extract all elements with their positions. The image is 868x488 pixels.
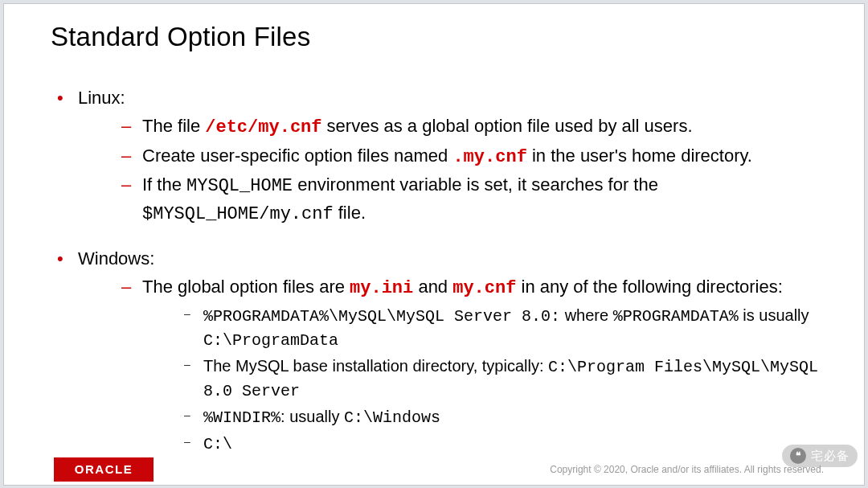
text: The MySQL base installation directory, t…: [203, 357, 548, 375]
code-programdata-path: %PROGRAMDATA%\MySQL\MySQL Server 8.0:: [203, 307, 560, 326]
windows-items: The global option files are my.ini and m…: [110, 275, 832, 456]
windows-item-1: The global option files are my.ini and m…: [110, 275, 832, 301]
windows-sub-4: C:\: [168, 432, 832, 456]
footer: ORACLE Copyright © 2020, Oracle and/or i…: [4, 459, 864, 485]
slide: Standard Option Files Linux: The file /e…: [3, 3, 865, 486]
windows-heading: Windows:: [78, 248, 154, 269]
text: : usually: [280, 408, 344, 425]
watermark-icon: ❝: [790, 448, 806, 464]
linux-item-3: If the MYSQL_HOME environment variable i…: [110, 173, 832, 199]
copyright-text: Copyright © 2020, Oracle and/or its affi…: [550, 464, 824, 475]
text: serves as a global option file used by a…: [322, 116, 693, 136]
code-programdata-var: %PROGRAMDATA%: [613, 307, 739, 326]
linux-item-1: The file /etc/my.cnf serves as a global …: [110, 114, 832, 141]
code-mysql-home: MYSQL_HOME: [186, 176, 293, 196]
watermark-text: 宅必备: [811, 449, 850, 464]
text: file.: [334, 203, 366, 223]
code-windir: %WINDIR%: [203, 408, 280, 427]
code-etc-mycnf: /etc/my.cnf: [205, 117, 321, 137]
linux-item-2: Create user-specific option files named …: [110, 144, 832, 170]
windows-sub-2: The MySQL base installation directory, t…: [168, 355, 832, 403]
slide-content: Linux: The file /etc/my.cnf serves as a …: [51, 86, 832, 475]
code-c-root: C:\: [203, 435, 232, 453]
text: and: [413, 277, 452, 297]
page-title: Standard Option Files: [51, 22, 310, 52]
text: where: [560, 306, 613, 324]
code-cwindows: C:\Windows: [344, 408, 440, 427]
text: If the: [142, 174, 186, 195]
code-dot-mycnf: .my.cnf: [452, 147, 526, 167]
windows-sub-1: %PROGRAMDATA%\MySQL\MySQL Server 8.0: wh…: [168, 304, 832, 352]
text: The file: [142, 116, 205, 136]
linux-item-3-cont: $MYSQL_HOME/my.cnf file.: [110, 201, 832, 228]
section-linux: Linux: The file /etc/my.cnf serves as a …: [51, 86, 832, 228]
text: environment variable is set, it searches…: [293, 174, 658, 195]
code-programdata-resolved: C:\ProgramData: [203, 331, 338, 350]
linux-heading: Linux:: [78, 88, 125, 108]
text: is usually: [739, 306, 809, 324]
code-mycnf: my.cnf: [452, 278, 516, 298]
watermark: ❝ 宅必备: [782, 445, 858, 467]
linux-items: The file /etc/my.cnf serves as a global …: [110, 114, 832, 228]
text: in any of the following directories:: [516, 277, 782, 297]
windows-sub-3: %WINDIR%: usually C:\Windows: [168, 405, 832, 429]
text: The global option files are: [142, 277, 350, 297]
code-mysql-home-path: $MYSQL_HOME/my.cnf: [142, 204, 334, 224]
text: Create user-specific option files named: [142, 146, 452, 166]
text: in the user's home directory.: [527, 146, 752, 166]
code-myini: my.ini: [350, 278, 413, 298]
oracle-logo: ORACLE: [54, 457, 154, 482]
section-windows: Windows: The global option files are my.…: [51, 247, 832, 456]
windows-subitems: %PROGRAMDATA%\MySQL\MySQL Server 8.0: wh…: [168, 304, 832, 456]
